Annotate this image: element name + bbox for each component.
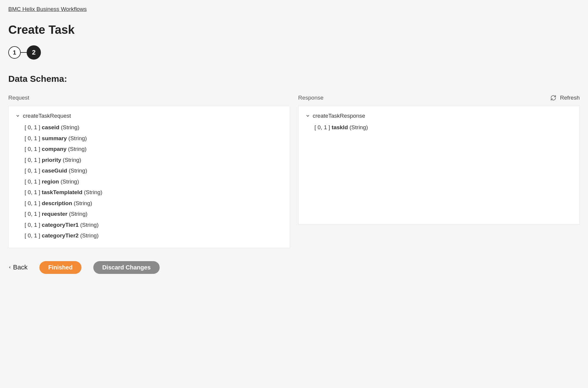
request-root-toggle[interactable]: createTaskRequest: [16, 113, 283, 119]
back-button[interactable]: Back: [8, 264, 28, 271]
schema-field: [ 0, 1 ] taskTemplateId (String): [16, 187, 283, 198]
chevron-down-icon: [16, 114, 20, 118]
request-column: Request createTaskRequest [ 0, 1 ] casei…: [8, 95, 290, 248]
discard-changes-button[interactable]: Discard Changes: [93, 261, 159, 274]
request-panel: createTaskRequest [ 0, 1 ] caseid (Strin…: [8, 106, 290, 248]
step-1[interactable]: 1: [8, 46, 21, 59]
schema-field: [ 0, 1 ] region (String): [16, 176, 283, 187]
finished-button[interactable]: Finished: [39, 261, 81, 274]
chevron-left-icon: [8, 265, 11, 270]
schema-field: [ 0, 1 ] categoryTier1 (String): [16, 220, 283, 231]
response-column: Response createTaskResponse [ 0, 1 ] tas…: [298, 95, 580, 248]
schema-field: [ 0, 1 ] summary (String): [16, 133, 283, 144]
response-root-label: createTaskResponse: [313, 113, 365, 119]
request-root-label: createTaskRequest: [23, 113, 71, 119]
response-panel: createTaskResponse [ 0, 1 ] taskId (Stri…: [298, 106, 580, 224]
step-connector: [21, 52, 27, 53]
section-title: Data Schema:: [8, 74, 580, 84]
schema-field: [ 0, 1 ] caseid (String): [16, 122, 283, 133]
schema-field: [ 0, 1 ] priority (String): [16, 155, 283, 166]
back-label: Back: [13, 264, 28, 271]
schema-field: [ 0, 1 ] caseGuid (String): [16, 165, 283, 176]
step-2[interactable]: 2: [27, 45, 41, 60]
schema-field: [ 0, 1 ] description (String): [16, 198, 283, 209]
breadcrumb-link[interactable]: BMC Helix Business Workflows: [8, 6, 87, 12]
schema-field: [ 0, 1 ] company (String): [16, 144, 283, 155]
chevron-down-icon: [306, 114, 310, 118]
request-label: Request: [8, 95, 290, 101]
response-root-toggle[interactable]: createTaskResponse: [306, 113, 573, 119]
page-title: Create Task: [8, 23, 580, 36]
response-label: Response: [298, 95, 580, 101]
schema-field: [ 0, 1 ] taskId (String): [306, 122, 573, 133]
stepper: 1 2: [8, 45, 580, 60]
schema-field: [ 0, 1 ] requester (String): [16, 209, 283, 220]
schema-field: [ 0, 1 ] categoryTier2 (String): [16, 230, 283, 241]
